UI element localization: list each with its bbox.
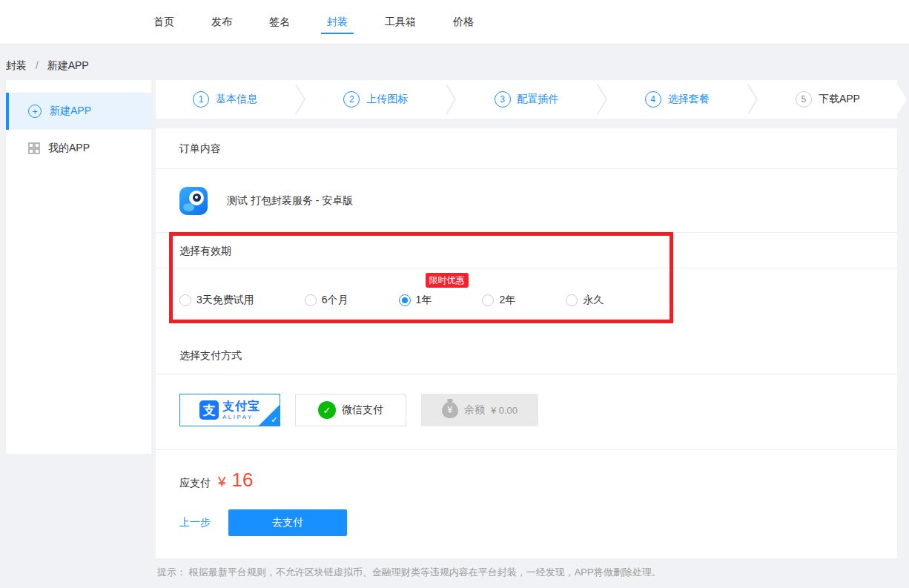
sidebar-item-label: 我的APP [48, 142, 90, 155]
app-icon [179, 187, 208, 215]
radio-icon [566, 294, 578, 306]
alipay-wordmark: 支付宝 ALIPAY [222, 400, 260, 420]
radio-label: 永久 [583, 294, 604, 307]
total-row: 应支付 ¥ 16 [156, 450, 897, 492]
tab-toolbox[interactable]: 工具箱 [385, 0, 416, 44]
tip-label: 提示： [157, 566, 186, 578]
sidebar-item-new-app[interactable]: + 新建APP [6, 93, 151, 130]
payment-methods: 支 支付宝 ALIPAY ✓ ✓ 微信支付 ¥ 余额 ¥ 0.00 [156, 374, 897, 450]
radio-validity-1-year[interactable]: 限时优惠 1年 [399, 294, 432, 307]
step-number: 2 [343, 91, 360, 108]
step-label: 基本信息 [216, 93, 257, 106]
chevron-separator-icon [445, 84, 457, 115]
sidebar-item-my-apps[interactable]: 我的APP [6, 130, 151, 167]
step-number: 3 [495, 91, 511, 108]
previous-step-link[interactable]: 上一步 [179, 516, 211, 529]
radio-label: 2年 [499, 294, 515, 307]
wizard-step-configure-plugins: 3 配置插件 [457, 91, 595, 108]
chevron-separator-icon [294, 84, 306, 115]
product-row: 测试 打包封装服务 - 安卓版 [156, 169, 897, 233]
grid-icon [28, 142, 40, 154]
wechat-label: 微信支付 [342, 403, 383, 417]
tab-signature[interactable]: 签名 [269, 0, 290, 44]
breadcrumb-separator: / [36, 59, 39, 71]
tab-publish[interactable]: 发布 [211, 0, 232, 44]
validity-options: 3天免费试用 6个月 限时优惠 1年 2年 永久 [156, 268, 897, 332]
sidebar: + 新建APP 我的APP [6, 80, 151, 454]
payment-section-title: 选择支付方式 [156, 332, 897, 374]
radio-validity-forever[interactable]: 永久 [566, 294, 604, 307]
wizard-step-basic-info: 1 基本信息 [156, 91, 294, 108]
top-nav: 首页 发布 签名 封装 工具箱 价格 [0, 0, 909, 44]
radio-icon [305, 294, 317, 306]
chevron-separator-icon [596, 84, 608, 115]
radio-label: 3天免费试用 [196, 294, 254, 307]
order-content-title: 订单内容 [156, 128, 897, 169]
radio-label: 6个月 [322, 294, 348, 307]
radio-icon [399, 294, 411, 306]
breadcrumb-package[interactable]: 封装 [6, 59, 27, 71]
product-name: 测试 打包封装服务 - 安卓版 [227, 194, 353, 208]
footer-tip: 提示： 根据最新平台规则，不允许区块链虚拟币、金融理财类等违规内容在平台封装，一… [157, 566, 899, 579]
selected-check-icon: ✓ [271, 414, 278, 425]
wizard-end-arrow [897, 85, 907, 114]
chevron-separator-icon [747, 84, 758, 115]
alipay-logo-icon: 支 [199, 400, 219, 420]
breadcrumb-current: 新建APP [47, 59, 89, 71]
total-label: 应支付 [179, 477, 211, 490]
tab-home[interactable]: 首页 [153, 0, 174, 44]
tab-pricing[interactable]: 价格 [453, 0, 474, 44]
balance-label: 余额 [464, 403, 485, 417]
plus-circle-icon: + [28, 105, 42, 118]
money-bag-icon: ¥ [442, 402, 458, 418]
step-label: 配置插件 [518, 93, 559, 106]
step-number: 4 [645, 91, 661, 108]
app-icon-lens [189, 191, 204, 205]
tip-text: 根据最新平台规则，不允许区块链虚拟币、金融理财类等违规内容在平台封装，一经发现，… [189, 566, 661, 578]
step-label: 下载APP [819, 93, 860, 106]
payment-alipay[interactable]: 支 支付宝 ALIPAY ✓ [179, 394, 280, 426]
payment-wechat[interactable]: ✓ 微信支付 [295, 394, 406, 426]
wizard-step-download-app: 5 下载APP [758, 91, 897, 108]
balance-amount: ¥ 0.00 [491, 405, 518, 416]
radio-label: 1年 [416, 294, 432, 307]
sidebar-item-label: 新建APP [50, 105, 91, 118]
radio-validity-3day-trial[interactable]: 3天免费试用 [179, 294, 254, 307]
radio-icon [482, 294, 494, 306]
wechat-icon: ✓ [318, 401, 336, 419]
step-number: 5 [796, 91, 812, 108]
go-pay-button[interactable]: 去支付 [228, 509, 347, 536]
validity-section-title: 选择有效期 [156, 233, 897, 268]
radio-validity-6-months[interactable]: 6个月 [305, 294, 348, 307]
currency-symbol: ¥ [218, 474, 226, 489]
radio-validity-2-years[interactable]: 2年 [482, 294, 515, 307]
breadcrumb: 封装 / 新建APP [6, 59, 89, 73]
limited-offer-badge: 限时优惠 [426, 273, 469, 288]
actions-row: 上一步 去支付 [156, 492, 897, 558]
payment-balance-disabled: ¥ 余额 ¥ 0.00 [421, 394, 538, 426]
step-label: 上传图标 [366, 93, 408, 106]
total-amount: 16 [231, 469, 253, 491]
radio-icon [179, 294, 191, 306]
step-label: 选择套餐 [668, 93, 710, 106]
order-card: 订单内容 测试 打包封装服务 - 安卓版 选择有效期 3天免费试用 6个月 限时… [156, 128, 897, 558]
total-price: ¥ 16 [218, 469, 253, 492]
step-wizard: 1 基本信息 2 上传图标 3 配置插件 4 选择套餐 5 下载APP [156, 80, 897, 119]
step-number: 1 [193, 91, 209, 108]
wizard-step-upload-icon: 2 上传图标 [306, 91, 445, 108]
wizard-step-choose-plan: 4 选择套餐 [608, 91, 747, 108]
tab-package[interactable]: 封装 [327, 0, 348, 44]
